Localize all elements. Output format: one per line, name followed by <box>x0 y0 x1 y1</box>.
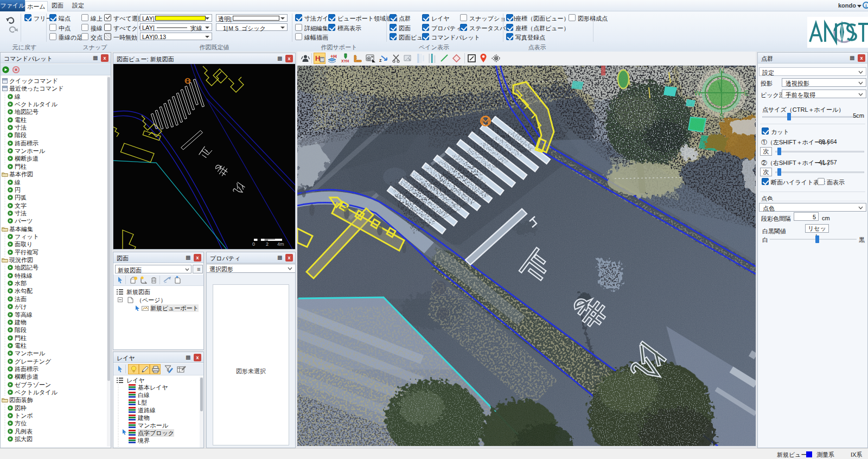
svg-text:2: 2 <box>266 241 269 247</box>
svg-text:z: z <box>379 58 382 63</box>
svg-text:XYH: XYH <box>341 59 349 63</box>
svg-text:0: 0 <box>252 241 255 247</box>
svg-text:4m: 4m <box>277 241 284 247</box>
svg-text:H: H <box>315 54 320 62</box>
